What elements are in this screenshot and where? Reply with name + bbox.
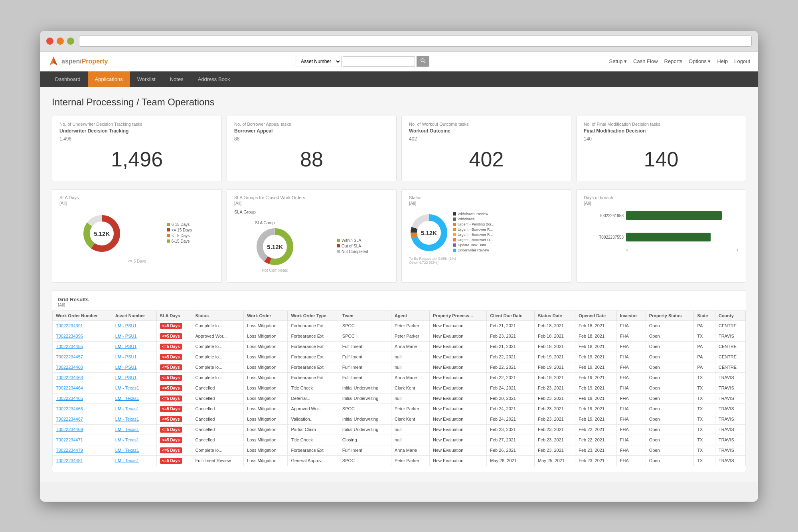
cell-5-5: Forbearance Ext [288, 372, 339, 383]
logo-icon [48, 56, 59, 67]
cell-1-0[interactable]: T0022234396 [53, 331, 112, 341]
cell-5-8: New Evaluation [430, 372, 487, 383]
logout-nav[interactable]: Logout [734, 58, 750, 64]
table-container[interactable]: Work Order Number Asset Number SLA Days … [52, 310, 746, 466]
table-header-row: Work Order Number Asset Number SLA Days … [53, 310, 746, 320]
cell-13-4: Loss Mitigation [244, 455, 288, 466]
cell-5-0[interactable]: T0022234463 [53, 372, 112, 383]
stat-card-3: No. of Final Modification Decision tasks… [576, 116, 746, 181]
help-nav[interactable]: Help [717, 58, 728, 64]
cell-0-0[interactable]: T0022234391 [53, 320, 112, 331]
cell-2-1[interactable]: LM - PSU1 [112, 341, 156, 352]
cell-9-4: Loss Mitigation [244, 414, 288, 424]
search-button[interactable] [417, 56, 429, 67]
cell-10-6: Initial Underwriting [339, 424, 391, 435]
col-property-process: Property Process... [430, 310, 487, 320]
cell-13-1[interactable]: LM - Texas1 [112, 455, 156, 466]
cell-11-1[interactable]: LM - Texas1 [112, 435, 156, 445]
cell-9-14: TX [694, 414, 715, 424]
stat-subvalue-3: 140 [584, 136, 739, 142]
cell-10-0[interactable]: T0022234469 [53, 424, 112, 435]
svg-line-3 [424, 61, 425, 63]
cell-8-0[interactable]: T0022234466 [53, 403, 112, 414]
nav-address-book[interactable]: Address Book [191, 71, 237, 87]
traffic-lights [46, 38, 74, 45]
app-content: aspeniProperty Asset Number Setup ▾ Cash… [40, 52, 758, 482]
cell-4-11: Feb 19, 2021 [575, 362, 617, 372]
setup-nav[interactable]: Setup ▾ [609, 58, 627, 64]
grid-filter: [All] [58, 303, 740, 307]
legend-2: Withdrawal Review Withdrawal Urgent - Pe… [453, 212, 494, 253]
nav-notes[interactable]: Notes [163, 71, 191, 87]
stat-number-3: 140 [584, 143, 739, 175]
cell-2-14: PA [694, 341, 715, 352]
cell-8-3: Cancelled [192, 403, 244, 414]
cell-0-1[interactable]: LM - PSU1 [112, 320, 156, 331]
cashflow-nav[interactable]: Cash Flow [633, 58, 658, 64]
cell-1-9: Feb 23, 2021 [487, 331, 535, 341]
col-investor: Investor [616, 310, 646, 320]
cell-6-1[interactable]: LM - Texas1 [112, 383, 156, 393]
chart-breach: Days of breach [All] T0022261958 [576, 189, 746, 283]
cell-13-7: Peter Parker [391, 455, 429, 466]
cell-5-1[interactable]: LM - PSU1 [112, 372, 156, 383]
cell-4-1[interactable]: LM - PSU1 [112, 362, 156, 372]
cell-9-10: Feb 23, 2021 [535, 414, 575, 424]
cell-1-12: FHA [616, 331, 646, 341]
cell-1-1[interactable]: LM - PSU1 [112, 331, 156, 341]
nav-dashboard[interactable]: Dashboard [48, 71, 88, 87]
address-bar[interactable] [79, 36, 752, 47]
cell-10-1[interactable]: LM - Texas1 [112, 424, 156, 435]
cell-7-3: Cancelled [192, 393, 244, 403]
nav-applications[interactable]: Applications [88, 71, 130, 87]
cell-3-1[interactable]: LM - PSU1 [112, 352, 156, 362]
minimize-button[interactable] [57, 38, 64, 45]
cell-8-13: Open [646, 403, 694, 414]
cell-9-11: Feb 19, 2021 [575, 414, 617, 424]
cell-11-0[interactable]: T0022234471 [53, 435, 112, 445]
cell-8-7: Peter Parker [391, 403, 429, 414]
cell-4-9: Feb 22, 2021 [487, 362, 535, 372]
cell-13-0[interactable]: T0022234481 [53, 455, 112, 466]
nav-bar: Dashboard Applications Worklist Notes Ad… [40, 71, 758, 87]
search-select[interactable]: Asset Number [296, 56, 342, 67]
col-state: State [694, 310, 715, 320]
cell-8-1[interactable]: LM - Texas1 [112, 403, 156, 414]
maximize-button[interactable] [67, 38, 74, 45]
reports-nav[interactable]: Reports [664, 58, 683, 64]
search-input[interactable] [343, 56, 415, 67]
cell-9-1[interactable]: LM - Texas1 [112, 414, 156, 424]
donut-0: 5.12K [82, 214, 122, 253]
table-row: T0022234457LM - PSU1<=5 DaysComplete lo.… [53, 352, 746, 362]
options-nav[interactable]: Options ▾ [689, 58, 711, 64]
cell-6-4: Loss Mitigation [244, 383, 288, 393]
col-status-date: Status Date [535, 310, 575, 320]
cell-3-0[interactable]: T0022234457 [53, 352, 112, 362]
cell-6-0[interactable]: T0022234464 [53, 383, 112, 393]
table-row: T0022234460LM - PSU1<=5 DaysComplete lo.… [53, 362, 746, 372]
cell-3-10: Feb 19, 2021 [535, 352, 575, 362]
cell-9-0[interactable]: T0022234467 [53, 414, 112, 424]
cell-7-0[interactable]: T0022234465 [53, 393, 112, 403]
cell-7-7: null [391, 393, 429, 403]
cell-8-12: FHA [616, 403, 646, 414]
svg-marker-1 [53, 57, 57, 65]
close-button[interactable] [46, 38, 53, 45]
cell-5-10: Feb 19, 2021 [535, 372, 575, 383]
cell-8-8: New Evaluation [430, 403, 487, 414]
cell-2-0[interactable]: T0022234455 [53, 341, 112, 352]
cell-12-1[interactable]: LM - Texas1 [112, 445, 156, 455]
cell-2-15: CENTRE [715, 341, 745, 352]
stats-row: No. of Underwriter Decision Tracking tas… [52, 116, 746, 181]
cell-7-1[interactable]: LM - Texas1 [112, 393, 156, 403]
cell-4-0[interactable]: T0022234460 [53, 362, 112, 372]
donut-note-0: <= 5 Days [59, 259, 214, 263]
top-right-nav: Setup ▾ Cash Flow Reports Options ▾ Help… [609, 58, 750, 64]
cell-12-0[interactable]: T0022234479 [53, 445, 112, 455]
cell-1-8: New Evaluation [430, 331, 487, 341]
bar-fill-0 [626, 211, 722, 220]
nav-worklist[interactable]: Worklist [130, 71, 163, 87]
cell-5-9: Feb 22, 2021 [487, 372, 535, 383]
cell-2-4: Loss Mitigation [244, 341, 288, 352]
legend-0: 6-15 Days <= 15 Days <= 5 Days 6-15 Days [167, 222, 192, 245]
